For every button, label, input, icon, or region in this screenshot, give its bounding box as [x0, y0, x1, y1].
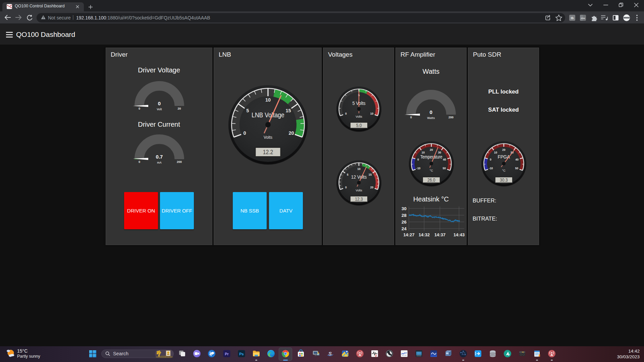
svg-text:0: 0 — [345, 112, 347, 115]
svg-text:10: 10 — [357, 167, 361, 171]
svg-text:0: 0 — [138, 160, 140, 164]
svg-text:24: 24 — [401, 226, 407, 231]
svg-text:0: 0 — [417, 158, 419, 161]
svg-text:°C: °C — [502, 169, 506, 172]
svg-text:0: 0 — [138, 107, 140, 110]
svg-text:LNB Voltage: LNB Voltage — [252, 111, 284, 118]
svg-text:2: 2 — [375, 354, 377, 357]
svg-text:15: 15 — [368, 173, 372, 176]
svg-text:5: 5 — [347, 173, 348, 176]
svg-text:5: 5 — [246, 108, 249, 113]
svg-text:12.3: 12.3 — [355, 196, 363, 202]
svg-text:Volts: Volts — [356, 189, 362, 192]
svg-text:20: 20 — [177, 107, 181, 110]
svg-text:200: 200 — [176, 160, 181, 164]
svg-text:30.3: 30.3 — [500, 177, 507, 183]
svg-text:0: 0 — [158, 100, 160, 106]
svg-text:28: 28 — [401, 213, 407, 218]
svg-text:0: 0 — [243, 130, 246, 136]
svg-text:FPGA: FPGA — [498, 154, 510, 160]
svg-text:Volts: Volts — [356, 115, 362, 118]
svg-text:0: 0 — [490, 158, 491, 161]
svg-text:26.0: 26.0 — [427, 177, 435, 183]
svg-text:°C: °C — [430, 169, 433, 172]
svg-text:ebay: ebay — [581, 17, 585, 19]
svg-text:14:27: 14:27 — [403, 232, 414, 237]
svg-text:S: S — [328, 351, 332, 356]
svg-text:-10: -10 — [489, 167, 493, 170]
svg-text:tb: tb — [571, 16, 574, 20]
svg-text:30: 30 — [438, 151, 441, 154]
svg-text:26: 26 — [401, 220, 407, 225]
svg-text:14:32: 14:32 — [419, 232, 430, 237]
svg-text:mA: mA — [157, 161, 162, 164]
svg-text:10: 10 — [370, 112, 373, 115]
svg-text:Volts: Volts — [263, 135, 272, 139]
svg-text:0.7: 0.7 — [156, 154, 163, 159]
svg-text:12 Volts: 12 Volts — [351, 174, 366, 180]
svg-text:-10: -10 — [416, 167, 421, 170]
svg-text:0: 0 — [345, 186, 347, 189]
svg-text:10: 10 — [422, 151, 425, 154]
svg-text:Ps: Ps — [239, 352, 244, 356]
svg-text:14:37: 14:37 — [434, 232, 445, 237]
svg-text:15: 15 — [285, 108, 291, 113]
svg-text:10: 10 — [265, 97, 270, 103]
svg-text:5.0: 5.0 — [356, 123, 362, 128]
svg-text:0: 0 — [410, 116, 412, 119]
svg-text:12.2: 12.2 — [263, 148, 273, 156]
svg-text:14:43: 14:43 — [453, 232, 465, 237]
svg-text:10: 10 — [494, 151, 497, 154]
svg-text:200: 200 — [448, 116, 453, 119]
svg-text:50: 50 — [443, 167, 446, 170]
svg-text:Watts: Watts — [427, 116, 435, 119]
svg-text:0: 0 — [429, 109, 432, 115]
svg-text:20: 20 — [370, 186, 373, 189]
svg-text:Temperature: Temperature — [420, 154, 442, 160]
svg-text:20: 20 — [430, 148, 433, 152]
svg-text:40: 40 — [516, 158, 519, 161]
svg-text:Volt: Volt — [157, 107, 162, 111]
svg-text:20: 20 — [288, 130, 294, 136]
svg-text:20: 20 — [502, 148, 505, 152]
svg-text:30: 30 — [401, 206, 407, 211]
svg-text:40: 40 — [443, 158, 446, 161]
svg-text:50: 50 — [515, 167, 519, 170]
svg-text:Pr: Pr — [225, 352, 229, 356]
